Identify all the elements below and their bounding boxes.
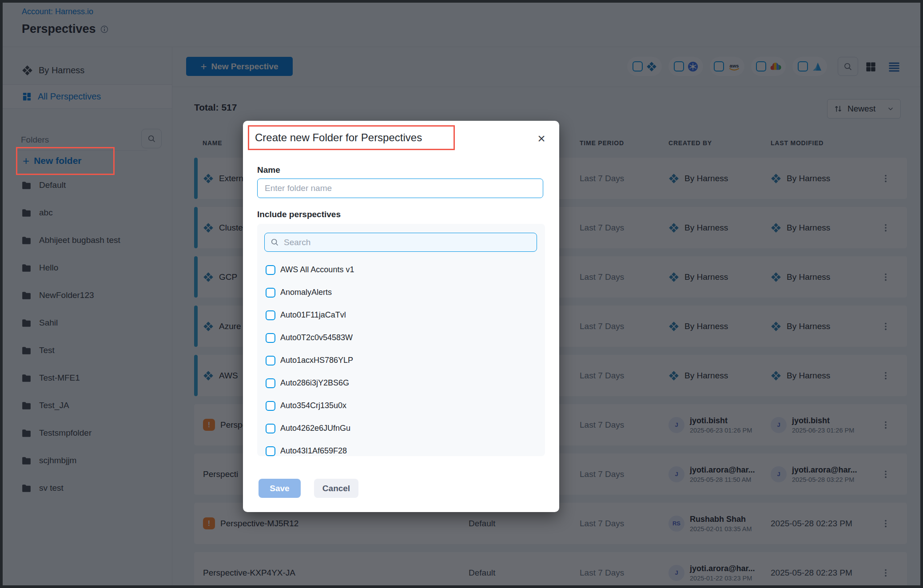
search-icon <box>270 238 279 247</box>
perspective-option[interactable]: Auto0T2c0v54583W <box>257 326 545 349</box>
perspectives-screen: Account: Harness.io Perspectives By Harn… <box>0 0 923 588</box>
perspective-option-label: Auto354Crj135u0x <box>280 401 346 410</box>
perspective-search-input[interactable] <box>284 238 531 247</box>
perspective-checkbox-list: AWS All Accounts v1AnomalyAlertsAuto01F1… <box>257 258 545 456</box>
perspective-option[interactable]: AWS All Accounts v1 <box>257 258 545 281</box>
perspective-checkbox[interactable] <box>266 424 275 433</box>
perspective-option-label: AnomalyAlerts <box>280 288 332 297</box>
modal-title: Create new Folder for Perspectives <box>255 131 422 144</box>
perspective-checkbox[interactable] <box>266 288 275 298</box>
perspective-option-label: AWS All Accounts v1 <box>280 265 354 274</box>
perspective-search[interactable] <box>264 233 537 252</box>
perspective-checkbox[interactable] <box>266 378 275 388</box>
save-button[interactable]: Save <box>259 479 301 498</box>
perspective-option[interactable]: Auto354Crj135u0x <box>257 394 545 417</box>
name-label: Name <box>257 165 280 175</box>
perspective-checkbox[interactable] <box>266 401 275 411</box>
perspective-option[interactable]: Auto43I1Af659F28 <box>257 440 545 456</box>
perspective-option[interactable]: Auto01F11jaCaTvl <box>257 304 545 326</box>
perspective-option-label: Auto1acxHS786YLP <box>280 356 353 365</box>
perspective-option-label: Auto01F11jaCaTvl <box>280 310 346 320</box>
perspective-option-label: Auto4262e6JUfnGu <box>280 424 350 433</box>
perspective-checkbox[interactable] <box>266 446 275 456</box>
perspectives-picker-panel: AWS All Accounts v1AnomalyAlertsAuto01F1… <box>257 224 545 456</box>
perspective-option[interactable]: Auto4262e6JUfnGu <box>257 417 545 440</box>
perspective-option[interactable]: Auto1acxHS786YLP <box>257 349 545 372</box>
cancel-button[interactable]: Cancel <box>314 479 358 498</box>
create-folder-modal: Create new Folder for Perspectives × Nam… <box>243 121 559 512</box>
folder-name-input[interactable] <box>257 179 543 198</box>
include-perspectives-label: Include perspectives <box>257 210 341 219</box>
close-icon[interactable]: × <box>533 130 550 147</box>
perspective-option-label: Auto286i3jY2BS6G <box>280 378 349 388</box>
perspective-option-label: Auto0T2c0v54583W <box>280 333 353 342</box>
perspective-checkbox[interactable] <box>266 356 275 366</box>
perspective-checkbox[interactable] <box>266 333 275 343</box>
perspective-checkbox[interactable] <box>266 265 275 275</box>
perspective-option[interactable]: AnomalyAlerts <box>257 281 545 304</box>
perspective-option-label: Auto43I1Af659F28 <box>280 446 347 456</box>
perspective-option[interactable]: Auto286i3jY2BS6G <box>257 372 545 394</box>
perspective-checkbox[interactable] <box>266 310 275 320</box>
